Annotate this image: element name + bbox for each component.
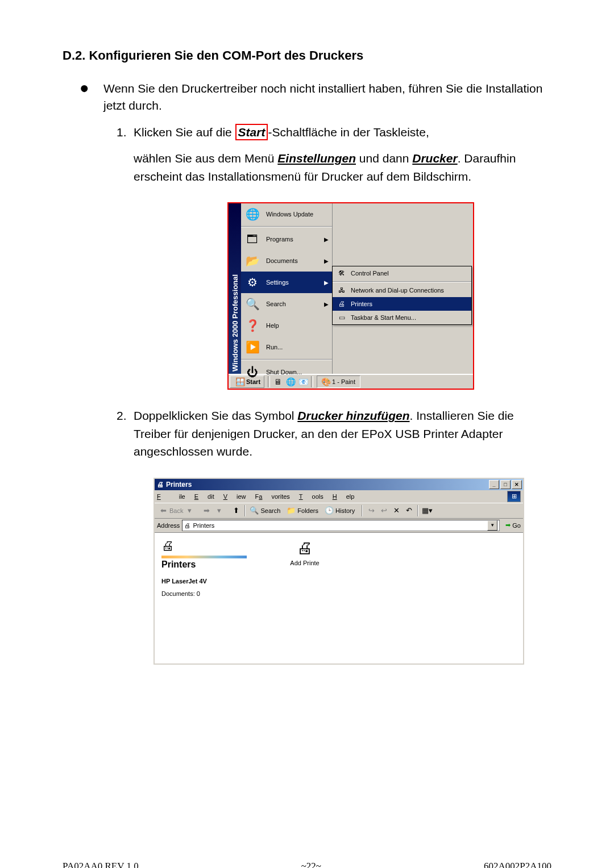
menu-shutdown[interactable]: ⏻ Shut Down...	[241, 361, 332, 383]
printers-folder-icon: 🖨	[161, 539, 179, 552]
add-printer-icon: 🖨	[285, 539, 325, 557]
search-icon: 🔍	[250, 506, 259, 515]
windows-flag-icon: ⊞	[507, 491, 521, 502]
menu-label: Help	[266, 322, 279, 329]
address-icon: 🖨	[184, 522, 190, 529]
menu-view[interactable]: View	[223, 493, 246, 500]
submenu-network[interactable]: 🖧 Network and Dial-up Connections	[333, 283, 471, 297]
submenu-label: Printers	[351, 301, 372, 307]
titlebar[interactable]: 🖨 Printers _ □ ✕	[155, 479, 523, 490]
menu-file[interactable]: File	[157, 493, 185, 500]
add-printer-keyword: Drucker hinzufügen	[297, 409, 409, 422]
footer-right: 602A002P2A100	[484, 861, 551, 868]
menu-label: Windows Update	[266, 211, 313, 218]
menu-windows-update[interactable]: 🌐 Windows Update	[241, 203, 332, 225]
menu-settings[interactable]: ⚙ Settings ▶	[241, 272, 332, 293]
submenu-printers[interactable]: 🖨 Printers	[333, 297, 471, 311]
views-icon[interactable]: ▦▾	[422, 506, 432, 515]
start-menu-column: 🌐 Windows Update 🗔 Programs ▶ 📂 Document…	[241, 203, 333, 374]
go-button[interactable]: ➡ Go	[505, 521, 521, 529]
bullet-text: Wenn Sie den Druckertreiber noch nicht i…	[103, 80, 551, 115]
forward-button[interactable]: ➡▾	[200, 506, 225, 515]
close-button[interactable]: ✕	[512, 480, 522, 489]
menu-label: Settings	[266, 279, 289, 286]
selected-printer-name: HP LaserJet 4V	[161, 578, 272, 585]
footer-left: PA02AA0 REV 1.0	[63, 861, 139, 868]
window-title: Printers	[166, 481, 192, 489]
accent-bar	[161, 556, 247, 558]
section-heading: D.2. Konfigurieren Sie den COM-Port des …	[63, 48, 551, 63]
addressbar: Address 🖨 Printers ▼ ➡ Go	[155, 519, 523, 533]
menu-run[interactable]: ▶️ Run...	[241, 336, 332, 358]
minimize-button[interactable]: _	[489, 480, 499, 489]
run-icon: ▶️	[244, 339, 260, 355]
step-number-1: 1.	[117, 123, 134, 141]
delete-icon[interactable]: ✕	[392, 506, 401, 515]
printers-icon: 🖨	[337, 299, 346, 308]
address-dropdown-button[interactable]: ▼	[487, 520, 497, 531]
settings-keyword: Einstellungen	[277, 152, 356, 165]
menu-separator	[241, 359, 332, 360]
menu-search[interactable]: 🔍 Search ▶	[241, 293, 332, 315]
chevron-right-icon: ▶	[324, 236, 329, 243]
dropdown-icon: ▾	[214, 506, 223, 515]
menu-separator	[241, 226, 332, 227]
network-icon: 🖧	[337, 286, 346, 295]
help-icon: ❓	[244, 318, 260, 333]
go-icon: ➡	[505, 521, 511, 529]
dropdown-icon: ▾	[185, 506, 194, 515]
step-number-2: 2.	[117, 407, 134, 461]
settings-submenu: 🛠 Control Panel 🖧 Network and Dial-up Co…	[332, 266, 472, 325]
menu-help[interactable]: Help	[333, 493, 355, 500]
task-label: 1 - Paint	[332, 378, 355, 385]
search-button[interactable]: 🔍Search	[248, 506, 280, 515]
chevron-right-icon: ▶	[324, 258, 329, 264]
step1-continued: wählen Sie aus dem Menü Einstellungen un…	[134, 149, 551, 185]
move-to-icon[interactable]: ↪	[367, 506, 376, 515]
window-content: 🖨 Printers HP LaserJet 4V Documents: 0 🖨…	[155, 533, 523, 663]
address-field[interactable]: 🖨 Printers ▼	[182, 520, 500, 531]
start-keyword: Start	[235, 124, 268, 140]
globe-icon: 🌐	[244, 206, 260, 222]
menu-documents[interactable]: 📂 Documents ▶	[241, 250, 332, 272]
start-menu-screenshot: Windows 2000 Professional 🌐 Windows Upda…	[227, 202, 474, 390]
menu-favorites[interactable]: Favorites	[255, 493, 290, 500]
menu-programs[interactable]: 🗔 Programs ▶	[241, 228, 332, 250]
page-footer: PA02AA0 REV 1.0 ~22~ 602A002P2A100	[63, 861, 551, 868]
submenu-taskbar[interactable]: ▭ Taskbar & Start Menu...	[333, 311, 471, 324]
toolbar-separator	[244, 505, 246, 516]
shutdown-icon: ⏻	[244, 364, 260, 380]
bullet-icon: ●	[80, 80, 103, 115]
menu-tools[interactable]: Tools	[299, 493, 323, 500]
menu-label: Programs	[266, 236, 293, 243]
step2-text: Doppelklicken Sie das Symbol Drucker hin…	[134, 407, 551, 461]
items-panel: 🖨 Add Printe	[279, 533, 523, 663]
menu-edit[interactable]: Edit	[194, 493, 214, 500]
up-icon[interactable]: ⬆	[231, 506, 240, 515]
folders-button[interactable]: 📁Folders	[285, 506, 318, 515]
address-label: Address	[157, 522, 180, 529]
submenu-label: Control Panel	[351, 270, 389, 277]
chevron-right-icon: ▶	[324, 279, 329, 286]
footer-center: ~22~	[301, 861, 321, 868]
undo-icon[interactable]: ↶	[404, 506, 413, 515]
drucker-keyword: Drucker	[412, 152, 457, 165]
search-icon: 🔍	[244, 296, 260, 312]
windows-brand-stripe: Windows 2000 Professional	[229, 203, 241, 374]
submenu-control-panel[interactable]: 🛠 Control Panel	[333, 266, 471, 280]
printers-window: 🖨 Printers _ □ ✕ File Edit View Favorite…	[154, 478, 524, 665]
copy-to-icon[interactable]: ↩	[379, 506, 388, 515]
maximize-button[interactable]: □	[500, 480, 511, 489]
menu-label: Shut Down...	[266, 369, 302, 375]
panel-title: Printers	[161, 560, 272, 570]
folders-icon: 📁	[287, 506, 296, 515]
add-printer-item[interactable]: 🖨 Add Printe	[285, 539, 325, 566]
toolbar: ⬅Back▾ ➡▾ ⬆ 🔍Search 📁Folders 🕒History ↪ …	[155, 503, 523, 519]
arrow-right-icon: ➡	[202, 506, 211, 515]
menu-help[interactable]: ❓ Help	[241, 315, 332, 336]
step1-line1: Klicken Sie auf die Start-Schaltfläche i…	[134, 123, 429, 141]
history-button[interactable]: 🕒History	[323, 506, 355, 515]
chevron-right-icon: ▶	[324, 301, 329, 307]
titlebar-icon: 🖨	[157, 481, 164, 489]
back-button[interactable]: ⬅Back▾	[157, 506, 196, 515]
